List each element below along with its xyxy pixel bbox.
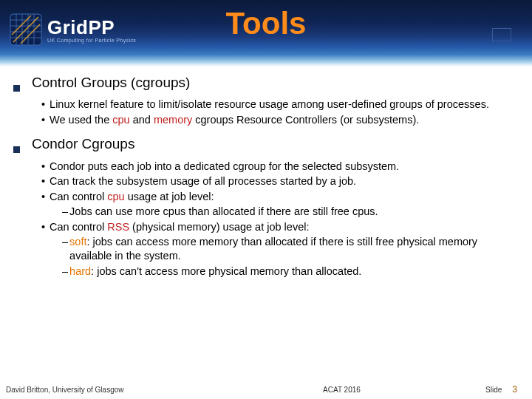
section-heading: Condor Cgroups <box>32 135 134 153</box>
bullet-item: •Condor puts each job into a dedicated c… <box>41 160 517 174</box>
text-run: : jobs can access more memory than alloc… <box>69 236 477 262</box>
dot-bullet-icon: • <box>41 220 45 234</box>
bullet-item: •We used the cpu and memory cgroups Reso… <box>41 113 517 127</box>
footer-conference: ACAT 2016 <box>323 386 485 394</box>
square-bullet-icon <box>13 85 20 92</box>
text-run: cpu <box>107 191 124 202</box>
square-bullet-icon <box>13 146 20 153</box>
dash-bullet-icon: – <box>62 235 68 262</box>
text-run: Jobs can use more cpus than allocated if… <box>69 205 378 217</box>
slide-title: Tools <box>0 6 532 41</box>
bullet-item: •Can control cpu usage at job level: <box>41 190 517 204</box>
bullet-item: •Linux kernel feature to limit/isolate r… <box>41 98 517 112</box>
bullet-text: We used the cpu and memory cgroups Resou… <box>50 113 419 127</box>
bullet-text: Can control RSS (physical memory) usage … <box>50 220 309 234</box>
dot-bullet-icon: • <box>41 160 45 174</box>
bullet-text: Linux kernel feature to limit/isolate re… <box>50 98 489 112</box>
text-run: soft <box>69 236 86 248</box>
text-run: Condor puts each job into a dedicated cg… <box>50 160 399 172</box>
slide-number-placeholder <box>492 28 511 41</box>
text-run: usage at job level: <box>125 191 214 202</box>
dot-bullet-icon: • <box>41 174 45 188</box>
section: Condor Cgroups•Condor puts each job into… <box>13 135 517 278</box>
text-run: cgroups Resource Controllers (or subsyst… <box>192 114 419 126</box>
text-run: hard <box>69 265 91 277</box>
dot-bullet-icon: • <box>41 113 45 127</box>
bullet-item: •Can track the subsystem usage of all pr… <box>41 174 517 188</box>
sub-bullet-text: Jobs can use more cpus than allocated if… <box>69 205 378 219</box>
text-run: memory <box>154 114 192 126</box>
sub-bullet-text: soft: jobs can access more memory than a… <box>69 235 517 262</box>
text-run: We used the <box>50 114 112 126</box>
text-run: (physical memory) usage at job level: <box>129 221 309 233</box>
section-heading-row: Condor Cgroups <box>13 135 517 153</box>
section-heading: Control Groups (cgroups) <box>32 74 190 92</box>
bullet-list: •Linux kernel feature to limit/isolate r… <box>41 98 517 126</box>
text-run: Can control <box>50 191 107 202</box>
footer-author: David Britton, University of Glasgow <box>6 386 323 394</box>
footer-page-number: 3 <box>512 384 517 395</box>
bullet-text: Condor puts each job into a dedicated cg… <box>50 160 399 174</box>
bullet-list: •Condor puts each job into a dedicated c… <box>41 160 517 278</box>
slide-content: Control Groups (cgroups)•Linux kernel fe… <box>0 66 532 278</box>
text-run: cpu <box>112 114 129 126</box>
text-run: : jobs can't access more physical memory… <box>91 265 361 277</box>
section-heading-row: Control Groups (cgroups) <box>13 74 517 92</box>
text-run: and <box>130 114 154 126</box>
bullet-text: Can control cpu usage at job level: <box>50 190 214 204</box>
section: Control Groups (cgroups)•Linux kernel fe… <box>13 74 517 126</box>
sub-bullet-item: –hard: jobs can't access more physical m… <box>62 265 517 279</box>
footer-slide-label: Slide <box>485 386 502 394</box>
text-run: Can control <box>50 221 107 233</box>
sub-bullet-item: –Jobs can use more cpus than allocated i… <box>62 205 517 219</box>
bullet-text: Can track the subsystem usage of all pro… <box>50 174 356 188</box>
dot-bullet-icon: • <box>41 190 45 204</box>
slide-footer: David Britton, University of Glasgow ACA… <box>0 384 532 395</box>
text-run: Linux kernel feature to limit/isolate re… <box>50 98 489 110</box>
dash-bullet-icon: – <box>62 205 68 219</box>
text-run: Can track the subsystem usage of all pro… <box>50 175 356 187</box>
bullet-item: •Can control RSS (physical memory) usage… <box>41 220 517 234</box>
slide-header: GridPP UK Computing for Particle Physics… <box>0 0 532 66</box>
text-run: RSS <box>107 221 129 233</box>
dot-bullet-icon: • <box>41 98 45 112</box>
dash-bullet-icon: – <box>62 265 68 279</box>
sub-bullet-item: –soft: jobs can access more memory than … <box>62 235 517 262</box>
sub-bullet-text: hard: jobs can't access more physical me… <box>69 265 361 279</box>
